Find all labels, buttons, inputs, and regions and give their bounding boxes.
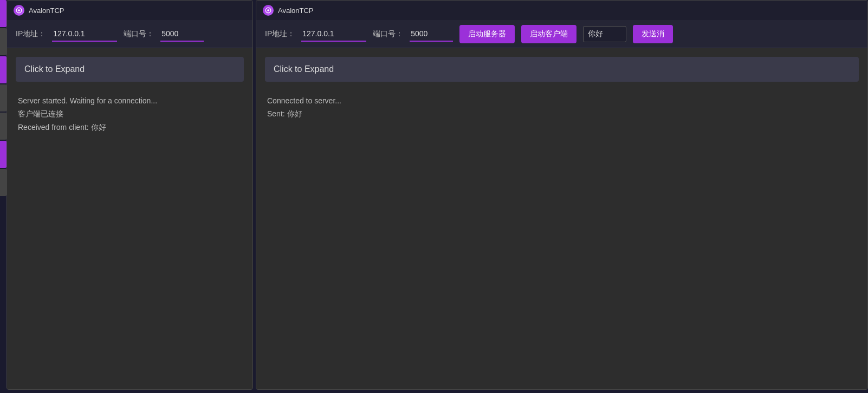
right-ip-label: IP地址： — [265, 29, 295, 39]
taskbar-item-6[interactable] — [0, 141, 7, 168]
left-app-icon — [14, 5, 24, 16]
start-client-button[interactable]: 启动客户端 — [521, 25, 576, 43]
right-expand-section[interactable]: Click to Expand — [265, 57, 859, 82]
left-port-label: 端口号： — [124, 29, 154, 39]
taskbar-item-4[interactable] — [0, 84, 7, 112]
right-log-area: Connected to server... Sent: 你好 — [265, 90, 859, 126]
taskbar — [0, 0, 7, 393]
left-title-bar: AvalonTCP — [7, 1, 252, 20]
right-port-input[interactable] — [410, 27, 453, 42]
left-ip-label: IP地址： — [16, 29, 46, 39]
windows-container: AvalonTCP IP地址： 端口号： Click to Expand Ser… — [7, 0, 868, 393]
left-log-area: Server started. Waiting for a connection… — [16, 90, 244, 139]
svg-point-1 — [18, 9, 20, 11]
right-app-icon — [263, 5, 274, 16]
svg-point-3 — [267, 9, 269, 11]
left-window: AvalonTCP IP地址： 端口号： Click to Expand Ser… — [7, 0, 253, 390]
message-input[interactable] — [583, 26, 626, 42]
taskbar-item-1[interactable] — [0, 0, 7, 27]
left-window-title: AvalonTCP — [29, 6, 64, 15]
right-window: AvalonTCP IP地址： 端口号： 启动服务器 启动客户端 发送消 Cli… — [256, 0, 868, 390]
right-log-line-2: Sent: 你好 — [267, 108, 857, 120]
left-ip-input[interactable] — [52, 27, 117, 42]
right-port-label: 端口号： — [373, 29, 403, 39]
taskbar-item-5[interactable] — [0, 113, 7, 140]
right-content: Click to Expand Connected to server... S… — [256, 48, 867, 389]
left-port-input[interactable] — [160, 27, 204, 42]
left-expand-title: Click to Expand — [24, 64, 85, 74]
left-log-line-1: Server started. Waiting for a connection… — [18, 95, 242, 107]
taskbar-item-2[interactable] — [0, 28, 7, 55]
start-server-button[interactable]: 启动服务器 — [459, 25, 515, 43]
left-content: Click to Expand Server started. Waiting … — [7, 48, 252, 389]
right-window-title: AvalonTCP — [278, 6, 314, 15]
left-expand-section[interactable]: Click to Expand — [16, 57, 244, 82]
taskbar-item-7[interactable] — [0, 169, 7, 196]
left-log-line-3: Received from client: 你好 — [18, 121, 242, 133]
taskbar-item-3[interactable] — [0, 56, 7, 83]
left-log-line-2: 客户端已连接 — [18, 108, 242, 120]
right-expand-title: Click to Expand — [274, 64, 334, 74]
right-ip-input[interactable] — [301, 27, 366, 42]
right-toolbar: IP地址： 端口号： 启动服务器 启动客户端 发送消 — [256, 20, 867, 48]
send-button[interactable]: 发送消 — [633, 25, 673, 43]
right-title-bar: AvalonTCP — [256, 1, 867, 20]
left-toolbar: IP地址： 端口号： — [7, 20, 252, 48]
right-log-line-1: Connected to server... — [267, 95, 857, 107]
